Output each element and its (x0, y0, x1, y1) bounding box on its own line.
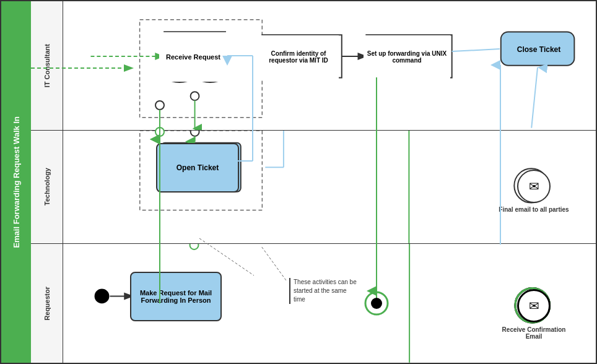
make-request-shape: Make Request for Mail Forwarding In Pers… (130, 272, 222, 321)
final-email-icon: ✉ (529, 179, 539, 194)
lane-req-content: Make Request for Mail Forwarding In Pers… (63, 244, 596, 363)
close-ticket-shape: Close Ticket (500, 32, 577, 66)
lane-tech-content: Open Ticket ✉ Final email to all parties (63, 131, 596, 244)
main-content: IT Consultant (31, 1, 596, 363)
svg-point-2 (191, 92, 199, 100)
open-ticket-shape: Open Ticket (156, 143, 239, 193)
left-banner: Email Forwarding Request Walk In (1, 1, 31, 363)
lane-req-label: Requestor (43, 287, 51, 320)
setup-forwarding-label: Set up forwarding via UNIX command (364, 48, 450, 66)
lane-technology: Technology (31, 131, 596, 245)
svg-line-10 (531, 67, 538, 128)
final-email-label: Final email to all parties (494, 206, 574, 213)
make-request-label: Make Request for Mail Forwarding In Pers… (131, 285, 220, 308)
annotation-text: These activities can be started at the s… (294, 279, 357, 303)
lane-it-consultant: IT Consultant (31, 1, 596, 131)
svg-line-21 (262, 247, 287, 281)
lane-it-label: IT Consultant (43, 44, 51, 87)
lane-label-req: Requestor (31, 244, 63, 363)
receive-request-label: Receive Request (166, 53, 220, 61)
receive-confirmation-circle: ✉ (517, 289, 551, 323)
receive-confirmation-icon: ✉ (529, 298, 539, 313)
svg-point-17 (191, 131, 199, 136)
lane-requestor: Requestor (31, 244, 596, 363)
svg-line-8 (452, 49, 500, 51)
receive-confirmation-label: Receive Confirmation Email (494, 326, 574, 340)
diagram-container: Email Forwarding Request Walk In IT Cons… (0, 0, 597, 364)
annotation: These activities can be started at the s… (289, 278, 357, 304)
confirm-identity-shape: Confirm identity of requestor via MIT ID (258, 35, 339, 79)
svg-point-22 (190, 244, 199, 249)
setup-forwarding-shape: Set up forwarding via UNIX command (364, 35, 450, 79)
final-email-circle: ✉ (517, 170, 551, 203)
open-ticket-label: Open Ticket (176, 163, 219, 172)
lane-label-tech: Technology (31, 131, 63, 244)
svg-point-19 (95, 289, 110, 304)
lane-tech-label: Technology (43, 168, 51, 206)
close-ticket-label: Close Ticket (517, 45, 560, 54)
receive-request-shape: Receive Request (159, 32, 227, 82)
confirm-identity-label: Confirm identity of requestor via MIT ID (258, 48, 339, 66)
lane-it-content: Receive Request Confirm identity of requ… (63, 1, 596, 130)
lane-label-it: IT Consultant (31, 1, 63, 130)
diagram-title: Email Forwarding Request Walk In (12, 116, 21, 248)
